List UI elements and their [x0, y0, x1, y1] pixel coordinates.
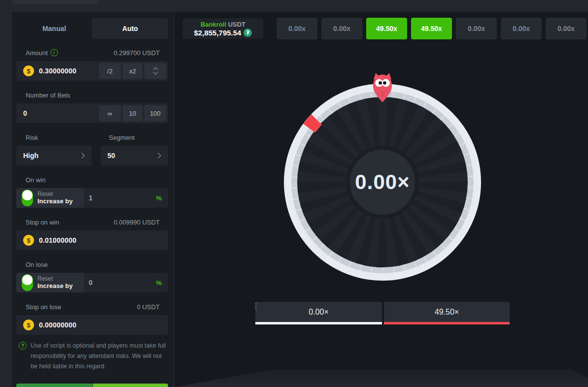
history-multiplier-button[interactable]: 0.00x [321, 18, 362, 39]
half-bet-button[interactable]: /2 [99, 63, 121, 79]
chevron-right-icon [79, 153, 84, 158]
owl-mascot-icon [371, 72, 394, 103]
bet-controls-panel: Manual Auto Amount ! 0.299700 USDT $ 0.3… [12, 12, 174, 387]
result-bar-label: 0.00× [309, 308, 328, 317]
infinite-bets-button[interactable]: ∞ [99, 105, 121, 121]
tether-icon: ₮ [243, 29, 252, 37]
on-lose-label-row: On lose [16, 260, 168, 268]
risk-label: Risk [26, 134, 38, 141]
bankroll-display[interactable]: Bankroll USDT $2,855,795.54 ₮ [183, 18, 263, 39]
start-autobet-right-button[interactable] [93, 384, 169, 387]
drag-handle-icon [255, 303, 257, 310]
toggle-switch-icon [22, 274, 33, 291]
bankroll-label: Bankroll [201, 21, 226, 28]
segment-label: Segment [109, 134, 135, 141]
result-bar-indicator [384, 322, 510, 324]
stop-on-lose-value: 0.00000000 [39, 321, 76, 329]
game-area: Bankroll USDT $2,855,795.54 ₮ 0.00x0.00x… [174, 12, 588, 387]
on-lose-value[interactable]: 0 [89, 279, 93, 287]
wheel-game-screen: Manual Auto Amount ! 0.299700 USDT $ 0.3… [0, 0, 588, 387]
multiplier-history: 0.00x0.00x49.50x49.50x0.00x0.00x0.00x [277, 18, 587, 39]
on-win-percent: % [156, 194, 162, 202]
disclaimer-text: Use of script is optional and players mu… [31, 341, 168, 372]
stop-on-lose-input[interactable]: $ 0.00000000 [16, 315, 168, 335]
segment-select[interactable]: 50 [101, 146, 168, 165]
amount-label: Amount [26, 49, 48, 57]
wheel-hub: 0.00× [346, 146, 419, 219]
chevron-right-icon [155, 153, 161, 158]
result-bar-label: 49.50× [435, 308, 459, 317]
start-buttons [16, 384, 168, 387]
on-lose-row: Reset Increase by 0 % [16, 273, 168, 292]
reset-option: Reset [37, 275, 73, 282]
history-multiplier-button[interactable]: 0.00x [546, 18, 587, 39]
segment-value: 50 [107, 152, 115, 160]
on-win-value[interactable]: 1 [89, 194, 93, 202]
on-win-label-row: On win [16, 176, 168, 184]
tab-manual[interactable]: Manual [16, 18, 92, 39]
double-bet-button[interactable]: x2 [123, 63, 142, 79]
risk-segment-labels: Risk Segment [16, 133, 168, 141]
stop-on-lose-label-row: Stop on lose 0 USDT [16, 303, 168, 311]
coin-icon: $ [23, 235, 34, 246]
bankroll-currency: USDT [228, 21, 245, 28]
amount-input[interactable]: $ 0.30000000 /2 x2 [16, 61, 168, 81]
history-multiplier-button[interactable]: 0.00x [501, 18, 542, 39]
wheel: 0.00× [284, 84, 481, 281]
history-multiplier-button[interactable]: 0.00x [277, 18, 317, 39]
mode-tabs: Manual Auto [16, 18, 168, 39]
wheel-result-multiplier: 0.00× [355, 170, 410, 194]
history-multiplier-button[interactable]: 49.50x [366, 18, 407, 39]
script-disclaimer: ? Use of script is optional and players … [16, 341, 168, 372]
number-of-bets-input[interactable]: 0 ∞ 10 100 [16, 103, 168, 123]
on-win-label: On win [26, 176, 45, 184]
risk-select[interactable]: High [16, 146, 92, 165]
result-bar-lose[interactable]: 0.00× [255, 302, 382, 324]
stop-on-lose-hint: 0 USDT [137, 303, 160, 311]
stop-on-win-label-row: Stop on win 0.009990 USDT [16, 218, 168, 226]
amount-max-value: 0.299700 USDT [114, 49, 160, 57]
coin-icon: $ [23, 65, 34, 76]
result-bars: 0.00× 49.50× [255, 302, 510, 324]
start-autobet-left-button[interactable] [16, 384, 92, 387]
amount-label-row: Amount ! 0.299700 USDT [16, 49, 168, 57]
floor-shadow [174, 369, 588, 387]
bankroll-amount: $2,855,795.54 [194, 29, 242, 37]
amount-value: 0.30000000 [39, 67, 76, 75]
result-bar-indicator [255, 322, 382, 324]
history-multiplier-button[interactable]: 49.50x [411, 18, 452, 39]
stop-on-win-label: Stop on win [26, 219, 59, 226]
on-lose-mode-toggle[interactable]: Reset Increase by [16, 273, 84, 292]
on-lose-percent: % [156, 279, 162, 287]
increase-by-option: Increase by [37, 282, 73, 290]
bets-label-row: Number of Bets [16, 91, 168, 99]
amount-stepper[interactable] [144, 63, 166, 79]
window-tab-remnant[interactable] [12, 0, 99, 4]
on-win-row: Reset Increase by 1 % [16, 188, 168, 208]
on-lose-label: On lose [26, 261, 48, 268]
stop-on-win-input[interactable]: $ 0.01000000 [16, 230, 168, 250]
info-icon[interactable]: ! [51, 49, 58, 56]
number-of-bets-value: 0 [23, 109, 27, 117]
risk-value: High [23, 152, 38, 160]
toggle-switch-icon [22, 190, 33, 206]
help-icon: ? [19, 342, 27, 350]
stop-on-win-hint: 0.009990 USDT [114, 219, 160, 226]
tab-auto[interactable]: Auto [92, 18, 168, 39]
ten-bets-button[interactable]: 10 [123, 105, 142, 121]
number-of-bets-label: Number of Bets [26, 92, 70, 99]
coin-icon: $ [23, 320, 34, 330]
result-bar-win[interactable]: 49.50× [384, 302, 510, 324]
stop-on-win-value: 0.01000000 [39, 236, 76, 244]
stop-on-lose-label: Stop on lose [26, 303, 61, 311]
history-multiplier-button[interactable]: 0.00x [456, 18, 497, 39]
on-win-mode-toggle[interactable]: Reset Increase by [16, 188, 84, 208]
increase-by-option: Increase by [37, 197, 73, 205]
hundred-bets-button[interactable]: 100 [144, 105, 166, 121]
reset-option: Reset [37, 191, 73, 197]
